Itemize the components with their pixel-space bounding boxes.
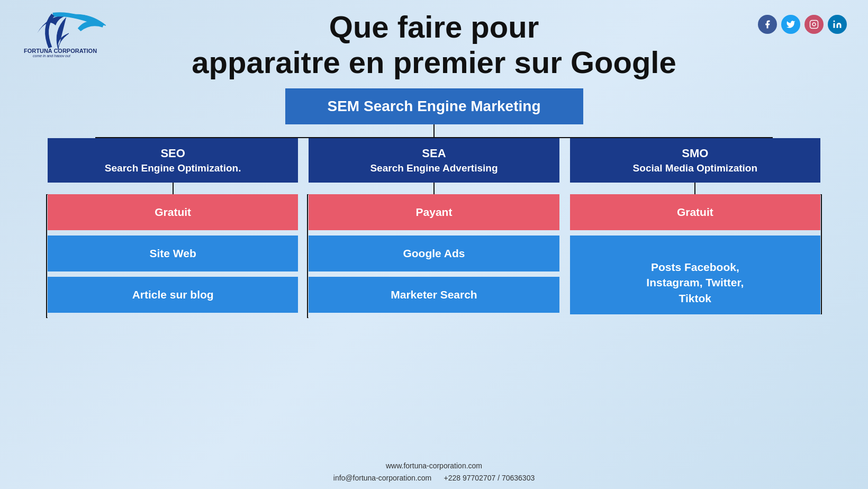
logo-svg: FORTUNA CORPORATION come in and happy ou…: [21, 10, 127, 57]
seo-items-wrapper: Gratuit Site Web Article sur blog: [48, 194, 298, 318]
sea-item-2: Marketer Search: [309, 277, 559, 313]
tree-container: SEM Search Engine Marketing SEO Search E…: [21, 88, 847, 318]
linkedin-icon[interactable]: [828, 15, 847, 34]
seo-subtitle: Search Engine Optimization.: [53, 161, 293, 175]
smo-item-0: Gratuit: [570, 194, 820, 230]
seo-item-0: Gratuit: [48, 194, 298, 230]
smo-title: SMO: [575, 146, 815, 161]
footer-contact: info@fortuna-corporation.com +228 977027…: [0, 472, 868, 484]
smo-items-wrapper: Gratuit Posts Facebook, Instagram, Twitt…: [570, 194, 820, 315]
svg-point-5: [834, 21, 835, 22]
svg-rect-2: [810, 21, 818, 29]
twitter-icon[interactable]: [781, 15, 800, 34]
sea-mid-connector: [433, 183, 435, 194]
page-title: Que faire pour apparaitre en premier sur…: [21, 10, 847, 80]
smo-subtitle: Social Media Optimization: [575, 161, 815, 175]
social-icons-group: [758, 15, 847, 34]
sea-subtitle: Search Engine Advertising: [314, 161, 554, 175]
footer: www.fortuna-corporation.com info@fortuna…: [0, 460, 868, 484]
sea-bracket-svg: [297, 194, 309, 318]
smo-mid-connector: [694, 183, 695, 194]
columns-row: SEO Search Engine Optimization. Gratuit …: [21, 138, 847, 318]
header: FORTUNA CORPORATION come in and happy ou…: [21, 10, 847, 80]
smo-item-1: Posts Facebook, Instagram, Twitter, Tikt…: [570, 236, 820, 315]
smo-header: SMO Social Media Optimization: [570, 138, 820, 182]
svg-rect-4: [834, 23, 835, 28]
sea-column: SEA Search Engine Advertising Payant Goo…: [309, 138, 559, 318]
seo-item-2: Article sur blog: [48, 277, 298, 313]
seo-header: SEO Search Engine Optimization.: [48, 138, 298, 182]
seo-column: SEO Search Engine Optimization. Gratuit …: [48, 138, 298, 318]
smo-bracket-svg: [820, 194, 832, 315]
sea-title: SEA: [314, 146, 554, 161]
sea-header: SEA Search Engine Advertising: [309, 138, 559, 182]
page-container: FORTUNA CORPORATION come in and happy ou…: [0, 0, 868, 489]
smo-column: SMO Social Media Optimization Gratuit Po…: [570, 138, 820, 314]
logo-area: FORTUNA CORPORATION come in and happy ou…: [21, 10, 127, 57]
footer-phone: +228 97702707 / 70636303: [444, 474, 535, 482]
sem-box: SEM Search Engine Marketing: [285, 88, 583, 124]
seo-title: SEO: [53, 146, 293, 161]
sea-items-wrapper: Payant Google Ads Marketer Search: [309, 194, 559, 318]
facebook-icon[interactable]: [758, 15, 777, 34]
svg-text:come in and happy out: come in and happy out: [33, 54, 71, 57]
instagram-icon[interactable]: [804, 15, 824, 34]
seo-bracket-svg: [36, 194, 48, 318]
main-title: Que faire pour apparaitre en premier sur…: [21, 10, 847, 80]
sea-item-0: Payant: [309, 194, 559, 230]
footer-email: info@fortuna-corporation.com: [333, 474, 431, 482]
footer-website: www.fortuna-corporation.com: [0, 460, 868, 472]
sem-label: SEM Search Engine Marketing: [328, 98, 541, 114]
sea-item-1: Google Ads: [309, 236, 559, 271]
svg-text:FORTUNA CORPORATION: FORTUNA CORPORATION: [24, 48, 97, 54]
seo-mid-connector: [173, 183, 174, 194]
seo-item-1: Site Web: [48, 236, 298, 271]
sem-v-connector: [433, 124, 435, 137]
